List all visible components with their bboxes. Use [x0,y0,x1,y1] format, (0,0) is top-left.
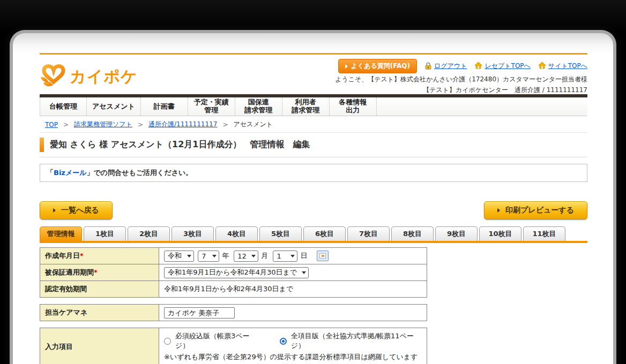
input-format-label: 入力項目 [45,343,73,351]
tab-management-info[interactable]: 管理情報 [40,226,82,241]
care-manager-value-cell: カイポケ 美奈子 [159,305,427,321]
home-icon [538,62,546,71]
radio-required-compact[interactable] [164,338,171,345]
desktop-background: カイポケ よくある質問(FAQ) [0,0,626,364]
breadcrumb: TOP > 請求業務管理ソフト > 通所介護/1111111117 > アセスメ… [40,116,587,133]
certification-period-label-cell: 認定有効期間 [40,281,159,298]
notice-suffix: 」での問合せもご活用ください。 [87,169,193,177]
creation-date-value-cell: 令和 7年 12月 1日 [159,248,427,264]
care-manager-table: 担当ケアマネ カイポケ 美奈子 [40,304,427,321]
input-format-table: 入力項目 必須絞込版（帳票3ページ） 全項目版（全社協方式準拠/帳票11ページ）… [40,328,427,364]
radio-all-items[interactable] [280,338,287,345]
home-icon [474,62,482,71]
arrow-icon [345,64,348,69]
biz-mail-link[interactable]: Bizメール [54,169,87,177]
table-row: 認定有効期間 令和1年9月1日から令和2年4月30日まで [40,281,427,298]
input-format-value-cell: 必須絞込版（帳票3ページ） 全項目版（全社協方式準拠/帳票11ページ） ※いずれ… [159,328,427,364]
nav-item-info-output[interactable]: 各種情報 出力 [330,97,377,116]
tab-sheet-7[interactable]: 7枚目 [347,226,390,241]
year-select[interactable]: 7 [198,251,219,262]
print-preview-label: 印刷プレビューする [505,206,574,215]
kaipoke-logo[interactable]: カイポケ [40,62,138,91]
action-button-row: 一覧へ戻る 印刷プレビューする [40,201,587,219]
tab-sheet-8[interactable]: 8枚目 [391,226,434,241]
required-mark: * [80,252,84,260]
receipt-top-label: レセプトTOPへ [485,62,530,71]
logout-label: ログアウト [434,62,467,71]
site-top-link[interactable]: サイトTOPへ [538,62,587,71]
tab-sheet-11[interactable]: 11枚目 [523,226,565,241]
title-accent-bar [40,138,44,152]
creation-date-label: 作成年月日 [45,252,80,260]
nav-item-user-billing[interactable]: 利用者 請求管理 [282,97,330,116]
nav-item-schedule-results[interactable]: 予定・実績 管理 [188,97,235,116]
certification-period-value: 令和1年9月1日から令和2年4月30日まで [164,285,293,293]
year-value: 7 [202,252,206,260]
logout-link[interactable]: ログアウト [424,62,467,71]
back-to-list-label: 一覧へ戻る [61,206,99,215]
breadcrumb-separator: > [222,121,228,128]
insured-period-label-cell: 被保証適用期間* [40,264,159,281]
arrow-icon [53,208,56,213]
tab-sheet-6[interactable]: 6枚目 [303,226,346,241]
care-manager-input[interactable]: カイポケ 美奈子 [164,307,235,318]
browser-page-card: カイポケ よくある質問(FAQ) [10,30,616,364]
back-to-list-button[interactable]: 一覧へ戻る [40,201,113,219]
certification-period-value-cell: 令和1年9月1日から令和2年4月30日まで [159,281,427,298]
print-preview-button[interactable]: 印刷プレビューする [484,201,587,219]
biz-mail-notice: 「Bizメール」での問合せもご活用ください。 [40,164,587,182]
nav-item-kokuhoren-billing[interactable]: 国保連 請求管理 [235,97,282,116]
welcome-line-2: 【テスト】カイポケセンター 通所介護 / 1111111117 [423,86,587,95]
sheet-tabs-wrap: 管理情報 1枚目 2枚目 3枚目 4枚目 5枚目 6枚目 7枚目 8枚目 9枚目… [40,226,587,243]
table-row: 担当ケアマネ カイポケ 美奈子 [40,305,427,321]
month-value: 12 [237,252,247,260]
required-mark: * [94,268,98,276]
table-row: 入力項目 必須絞込版（帳票3ページ） 全項目版（全社協方式準拠/帳票11ページ）… [40,328,427,364]
welcome-line-1: ようこそ、【テスト】株式会社かんさい介護（172480）カスタマーセンター担当者… [335,75,587,84]
chevron-down-icon [187,255,191,257]
month-select[interactable]: 12 [234,251,258,262]
input-format-label-cell: 入力項目 [40,328,159,364]
insured-period-value-cell: 令和1年9月1日から令和2年4月30日まで [159,264,427,281]
breadcrumb-billing-software[interactable]: 請求業務管理ソフト [74,120,132,129]
month-unit: 月 [261,252,268,260]
tab-sheet-4[interactable]: 4枚目 [215,226,258,241]
input-format-note: ※いずれも厚労省（老企第29号）の提示する課題分析標準項目は網羅しています [164,351,422,364]
breadcrumb-current: アセスメント [233,120,273,129]
breadcrumb-separator: > [63,121,69,128]
day-select[interactable]: 1 [273,251,297,262]
table-row: 被保証適用期間* 令和1年9月1日から令和2年4月30日まで [40,264,427,281]
global-nav: 台帳管理 アセスメント 計画書 予定・実績 管理 国保連 請求管理 利用者 請求… [40,94,587,116]
nav-item-ledger[interactable]: 台帳管理 [40,97,87,116]
nav-item-plan[interactable]: 計画書 [141,97,188,116]
faq-button[interactable]: よくある質問(FAQ) [338,59,417,73]
year-unit: 年 [222,252,229,260]
era-select[interactable]: 令和 [164,251,194,262]
logo-text: カイポケ [70,66,138,88]
chevron-down-icon [212,255,217,257]
chevron-down-icon [290,255,295,257]
radio-required-compact-label[interactable]: 必須絞込版（帳票3ページ） [175,331,260,351]
nav-item-assessment[interactable]: アセスメント [87,97,141,116]
tab-sheet-5[interactable]: 5枚目 [259,226,302,241]
radio-all-items-label[interactable]: 全項目版（全社協方式準拠/帳票11ページ） [291,331,422,351]
tab-sheet-9[interactable]: 9枚目 [435,226,478,241]
tab-sheet-10[interactable]: 10枚目 [479,226,521,241]
era-value: 令和 [168,251,182,261]
insured-period-select[interactable]: 令和1年9月1日から令和2年4月30日まで [164,267,309,278]
breadcrumb-top[interactable]: TOP [45,121,58,128]
insured-period-label: 被保証適用期間 [45,268,94,276]
heart-leaf-logo-icon [40,62,68,91]
receipt-top-link[interactable]: レセプトTOPへ [474,62,530,71]
table-row: 作成年月日* 令和 7年 12月 1日 [40,248,427,264]
chevron-down-icon [302,271,306,274]
tab-sheet-2[interactable]: 2枚目 [128,226,170,241]
breadcrumb-day-service[interactable]: 通所介護/1111111117 [148,120,217,129]
notice-prefix: 「 [47,169,54,177]
insured-period-value: 令和1年9月1日から令和2年4月30日まで [168,268,297,277]
calendar-picker-button[interactable] [317,251,329,261]
tab-sheet-3[interactable]: 3枚目 [172,226,214,241]
tab-sheet-1[interactable]: 1枚目 [84,226,126,241]
breadcrumb-separator: > [138,121,143,128]
lock-icon [424,62,432,71]
